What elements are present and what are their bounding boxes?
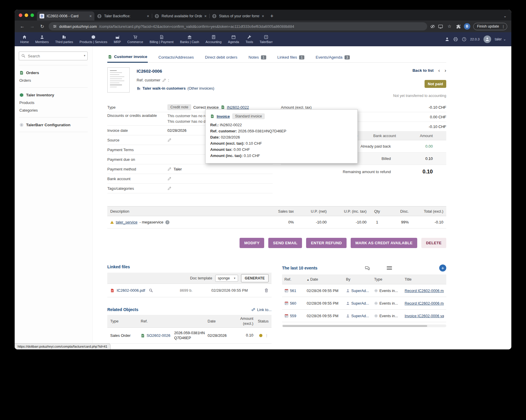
- link-to-button[interactable]: Link to...: [251, 308, 272, 312]
- event-ref-link[interactable]: 559: [290, 314, 296, 318]
- thirdparty-link[interactable]: Taler walk-in customers: [142, 86, 186, 91]
- invoice-preview-thumbnail[interactable]: [107, 67, 130, 93]
- forward-button[interactable]: →: [29, 24, 36, 29]
- tab-close-icon[interactable]: ×: [262, 14, 264, 18]
- user-avatar[interactable]: [483, 35, 491, 43]
- info-icon[interactable]: i: [165, 220, 169, 224]
- trash-icon[interactable]: [264, 288, 269, 293]
- tab-direct-debit-orders[interactable]: Direct debit orders: [204, 53, 238, 62]
- browser-tab-active[interactable]: D IC2602-0006 - Card ×: [37, 11, 94, 21]
- search-input[interactable]: [19, 52, 88, 60]
- nav-item-products-services[interactable]: Products | Services: [76, 32, 111, 46]
- sidebar-inventory-header[interactable]: Taler Inventory: [19, 93, 87, 97]
- sidebar-item-orders[interactable]: Orders: [19, 78, 87, 83]
- browser-tab[interactable]: Taler Backoffice: ×: [94, 11, 152, 21]
- edit-pencil-icon[interactable]: [167, 167, 172, 171]
- sidebar-item-categories[interactable]: Categories: [19, 108, 87, 112]
- already-paid-value[interactable]: 0.00: [408, 144, 433, 148]
- window-zoom-button[interactable]: [30, 13, 34, 17]
- nav-item-mrp[interactable]: MRP: [111, 32, 124, 46]
- event-title-link[interactable]: Record IC2602-0006 modified: [405, 301, 444, 305]
- site-settings-icon[interactable]: [53, 24, 57, 28]
- event-user-link[interactable]: SuperAd...: [351, 288, 369, 293]
- edit-pencil-icon[interactable]: [167, 186, 172, 190]
- edit-pencil-icon[interactable]: [162, 78, 166, 82]
- print-icon[interactable]: [453, 37, 458, 42]
- tab-notes[interactable]: Notes1: [248, 53, 267, 62]
- finish-update-button[interactable]: Finish update ⋮: [473, 23, 507, 30]
- edit-pencil-icon[interactable]: [167, 138, 172, 142]
- help-icon[interactable]: [462, 37, 466, 42]
- cast-icon[interactable]: [438, 24, 443, 29]
- event-ref-link[interactable]: 560: [290, 301, 296, 305]
- user-tools-icon[interactable]: [445, 37, 449, 42]
- nav-item-agenda[interactable]: Agenda: [225, 32, 242, 46]
- doc-template-select[interactable]: sponge ▾: [215, 275, 238, 282]
- nav-item-members[interactable]: Members: [32, 32, 52, 46]
- add-event-button[interactable]: +: [439, 264, 446, 272]
- next-record-icon[interactable]: ›: [444, 68, 446, 73]
- nav-item-banks-cash[interactable]: Banks | Cash: [177, 32, 202, 46]
- event-ref-link[interactable]: 561: [290, 288, 296, 293]
- back-to-list-link[interactable]: Back to list: [413, 68, 434, 73]
- other-invoices-link[interactable]: (Other invoices): [187, 86, 214, 91]
- browser-tab[interactable]: Refund available for Order to ×: [152, 11, 209, 21]
- event-title-link[interactable]: Record IC2602-0006 modified: [405, 288, 444, 293]
- nav-item-tools[interactable]: Tools: [242, 32, 256, 46]
- modify-button[interactable]: MODIFY: [240, 238, 264, 248]
- bookmark-star-icon[interactable]: ☆: [446, 24, 453, 29]
- scrollbar-thumb[interactable]: [283, 325, 427, 327]
- nav-item-billing-payment[interactable]: Billing | Payment: [146, 32, 177, 46]
- reload-button[interactable]: ↻: [39, 24, 46, 29]
- tab-close-icon[interactable]: ×: [204, 14, 207, 18]
- tab-customer-invoice[interactable]: Customer invoice: [107, 52, 148, 63]
- new-tab-button[interactable]: +: [267, 13, 277, 21]
- row-menu-icon[interactable]: ⋮: [265, 333, 269, 338]
- list-view-icon[interactable]: [387, 266, 392, 270]
- tab-events-agenda[interactable]: Events/Agenda3: [315, 53, 350, 62]
- tab-search-button[interactable]: ⌄: [499, 14, 511, 21]
- prev-record-icon[interactable]: ‹: [438, 68, 440, 73]
- column-header-date[interactable]: ▲Date: [307, 277, 346, 281]
- sales-order-link[interactable]: SO2602-0026: [147, 333, 170, 338]
- profile-avatar[interactable]: B: [464, 23, 470, 30]
- horizontal-scrollbar[interactable]: [282, 325, 446, 327]
- sidebar-orders-header[interactable]: Orders: [19, 71, 87, 75]
- event-title-link[interactable]: Invoice IC2602-0006 validated: [405, 314, 444, 318]
- service-link[interactable]: taler_service: [116, 220, 138, 224]
- window-minimize-button[interactable]: [25, 13, 28, 17]
- mark-credit-available-button[interactable]: MARK AS CREDIT AVAILABLE: [351, 238, 417, 248]
- nav-item-third-parties[interactable]: Third parties: [52, 32, 76, 46]
- generate-button[interactable]: GENERATE: [241, 274, 269, 282]
- messages-bubbles-icon[interactable]: [365, 266, 370, 271]
- nav-item-commerce[interactable]: Commerce: [124, 32, 146, 46]
- browser-tab[interactable]: Status of your order forrefund ×: [209, 11, 267, 21]
- nav-item-talerbarr[interactable]: TalerBarr: [256, 32, 276, 46]
- correct-invoice-link[interactable]: IN2602-0022: [227, 105, 249, 110]
- nav-item-accounting[interactable]: Accounting: [202, 32, 225, 46]
- preview-magnifier-icon[interactable]: [149, 288, 153, 293]
- tab-contacts-addresses[interactable]: Contacts/Addresses: [158, 53, 194, 62]
- delete-button[interactable]: DELETE: [421, 238, 446, 248]
- tracking-protection-icon[interactable]: [430, 24, 435, 29]
- send-email-button[interactable]: SEND EMAIL: [268, 238, 302, 248]
- tooltip-invoice-link[interactable]: Invoice: [217, 114, 230, 119]
- enter-refund-button[interactable]: ENTER REFUND: [306, 238, 346, 248]
- nav-item-home[interactable]: Home: [17, 32, 32, 46]
- event-user-link[interactable]: SuperAd...: [351, 301, 369, 305]
- tab-close-icon[interactable]: ×: [147, 14, 149, 18]
- edit-pencil-icon[interactable]: [167, 177, 172, 181]
- tab-close-icon[interactable]: ×: [89, 14, 92, 18]
- browser-menu-icon[interactable]: ⋮: [501, 24, 505, 29]
- address-bar[interactable]: dolibarr.potuzhnyi.com/compta/facture/ca…: [49, 22, 427, 30]
- event-user-link[interactable]: SuperAd...: [351, 314, 369, 318]
- search-caret-icon[interactable]: ▾: [84, 54, 85, 57]
- user-menu[interactable]: taler⌄: [495, 37, 506, 41]
- sidebar-item-products[interactable]: Products: [19, 100, 87, 105]
- file-link[interactable]: IC2602-0006.pdf: [117, 288, 145, 293]
- extensions-puzzle-icon[interactable]: [456, 24, 461, 29]
- window-close-button[interactable]: [19, 13, 22, 17]
- back-button[interactable]: ←: [19, 24, 26, 29]
- sidebar-config-header[interactable]: TalerBarr Configuration: [19, 123, 87, 127]
- tab-linked-files[interactable]: Linked files1: [277, 53, 305, 62]
